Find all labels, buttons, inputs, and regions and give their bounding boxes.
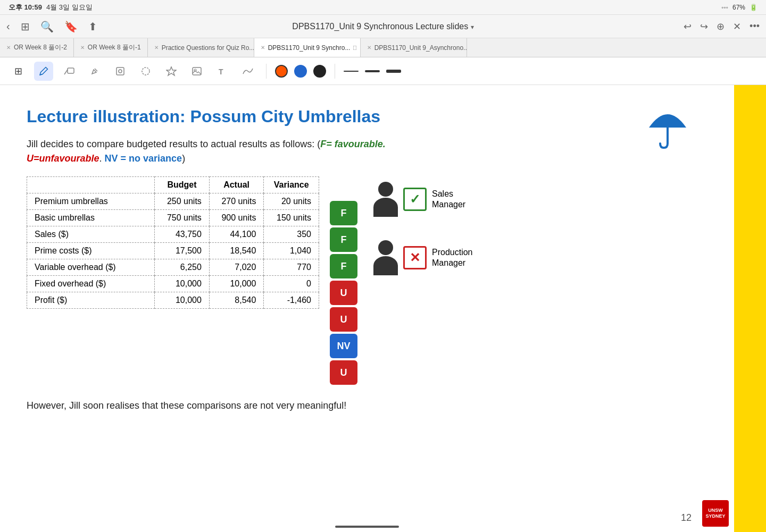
tab-or-week8-2[interactable]: ✕ OR Week 8 풀이-2 — [0, 38, 74, 57]
image-tool-btn[interactable] — [187, 62, 206, 81]
color-orange[interactable] — [275, 65, 288, 78]
tab-or-week8-1[interactable]: ✕ OR Week 8 풀이-1 — [74, 38, 148, 57]
scroll-indicator — [335, 526, 399, 528]
line-thick-btn[interactable] — [386, 70, 401, 73]
window-title: DPBS1170_Unit 9 Synchronous Lecture slid… — [292, 22, 473, 31]
table-section: Budget Actual Variance Premium umbrellas… — [27, 176, 707, 386]
page-number: 12 — [681, 512, 692, 523]
star-tool-btn[interactable] — [162, 62, 181, 81]
yellow-side-panel — [734, 85, 766, 532]
add-page-icon[interactable]: ⊕ — [717, 21, 725, 32]
row-variance-sales: 350 — [264, 226, 319, 243]
title-text: DPBS1170_Unit 9 Synchronous Lecture slid… — [292, 22, 468, 31]
share-icon[interactable]: ⬆ — [88, 20, 97, 33]
x-icon-production: ✕ — [403, 246, 427, 269]
check-icon-sales: ✓ — [403, 188, 427, 211]
tab-close-1[interactable]: ✕ — [6, 45, 11, 50]
pen-tool-btn[interactable] — [34, 62, 53, 81]
variance-badges: F F F U U NV U — [330, 176, 357, 386]
svg-point-2 — [119, 70, 122, 73]
production-manager-person-icon — [373, 240, 398, 275]
tab-dpbs-async[interactable]: ✕ DPBS1170_Unit 9_Asynchrono... — [361, 38, 467, 57]
nv-label: NV = no variance — [105, 153, 182, 164]
line-medium[interactable] — [365, 70, 380, 72]
battery-icon: 🔋 — [750, 4, 757, 11]
search-icon[interactable]: 🔍 — [40, 20, 54, 33]
table-row: Prime costs ($) 17,500 18,540 1,040 — [27, 243, 319, 259]
row-variance-basic: 150 units — [264, 210, 319, 226]
more-icon[interactable]: ••• — [750, 21, 760, 32]
person-head-sales — [378, 182, 393, 197]
intro-text-part1: Jill decides to compare budgeted results… — [27, 139, 320, 149]
close-icon[interactable]: ✕ — [733, 21, 741, 32]
tab-practice-questions[interactable]: ✕ Practice Questions for Quiz Ro... — [148, 38, 254, 57]
lasso-tool-btn[interactable] — [136, 62, 155, 81]
eraser-tool-btn[interactable] — [60, 62, 79, 81]
svg-rect-0 — [68, 68, 74, 73]
tab-bar: ✕ OR Week 8 풀이-2 ✕ OR Week 8 풀이-1 ✕ Prac… — [0, 38, 766, 57]
battery-level: 67% — [732, 4, 745, 11]
row-label-sales: Sales ($) — [27, 226, 155, 243]
title-arrow[interactable]: ▾ — [471, 23, 474, 31]
color-black[interactable] — [313, 65, 326, 78]
sales-manager-person-icon — [373, 182, 398, 217]
row-variance-premium: 20 units — [264, 193, 319, 210]
back-icon[interactable]: ‹ — [6, 20, 10, 33]
tab-label-4: DPBS1170_Unit 9 Synchro... — [268, 44, 351, 52]
tab-dpbs-sync[interactable]: ✕ DPBS1170_Unit 9 Synchro... ⎕ — [254, 38, 361, 57]
undo-icon[interactable]: ↩ — [684, 21, 692, 32]
color-blue[interactable] — [294, 65, 307, 78]
badge-f-basic: F — [330, 227, 357, 252]
favourable-label: F= favourable. — [320, 139, 386, 149]
line-thin[interactable] — [344, 71, 359, 72]
row-budget-basic: 750 units — [155, 210, 210, 226]
row-actual-varoverhead: 7,020 — [209, 259, 264, 276]
status-time: 오후 10:59 — [9, 3, 42, 12]
row-label-primecosts: Prime costs ($) — [27, 243, 155, 259]
shape-tool-btn[interactable] — [111, 62, 130, 81]
unsw-logo: UNSWSYDNEY — [702, 500, 729, 527]
table-row: Profit ($) 10,000 8,540 -1,460 — [27, 292, 319, 309]
col-header-actual: Actual — [209, 177, 264, 193]
tab-close-4[interactable]: ✕ — [261, 45, 265, 50]
badge-f-premium: F — [330, 201, 357, 225]
signal-icon: ◦◦◦ — [721, 4, 728, 11]
row-variance-primecosts: 1,040 — [264, 243, 319, 259]
text-tool-btn[interactable]: T — [213, 62, 232, 81]
row-variance-fixedoverhead: 0 — [264, 276, 319, 292]
umbrella-icon — [644, 101, 692, 159]
table-row: Basic umbrellas 750 units 900 units 150 … — [27, 210, 319, 226]
row-budget-primecosts: 17,500 — [155, 243, 210, 259]
bookmark-icon[interactable]: 🔖 — [64, 20, 78, 33]
grid-icon[interactable]: ⊞ — [21, 20, 30, 33]
table-row: Variable overhead ($) 6,250 7,020 770 — [27, 259, 319, 276]
badge-u-profit: U — [330, 360, 357, 385]
col-header-variance: Variance — [264, 177, 319, 193]
highlight-tool-btn[interactable] — [85, 62, 104, 81]
table-row: Fixed overhead ($) 10,000 10,000 0 — [27, 276, 319, 292]
status-date: 4월 3일 일요일 — [46, 3, 93, 12]
redo-icon[interactable]: ↪ — [700, 21, 708, 32]
production-manager-label: ProductionManager — [432, 247, 473, 269]
badge-u-varoverhead: U — [330, 307, 357, 332]
tab-icon-4: ⎕ — [353, 45, 356, 50]
title-right-buttons[interactable]: ↩ ↪ ⊕ ✕ ••• — [684, 21, 760, 32]
slide-view-btn[interactable]: ⊞ — [9, 62, 28, 81]
svg-marker-4 — [166, 67, 176, 75]
slide-title: Lecture illustration: Possum City Umbrel… — [27, 106, 707, 126]
badge-f-sales: F — [330, 254, 357, 278]
toolbar-separator-2 — [335, 64, 335, 79]
sales-manager-group: ✓ SalesManager — [373, 182, 465, 217]
row-actual-sales: 44,100 — [209, 226, 264, 243]
svg-rect-1 — [116, 67, 124, 75]
row-actual-profit: 8,540 — [209, 292, 264, 309]
budget-table: Budget Actual Variance Premium umbrellas… — [27, 176, 319, 309]
closing-paren: ) — [182, 153, 185, 164]
status-right: ◦◦◦ 67% 🔋 — [721, 4, 757, 11]
tab-close-5[interactable]: ✕ — [367, 45, 371, 50]
back-forward-btns[interactable]: ‹ ⊞ 🔍 🔖 ⬆ — [6, 20, 97, 33]
badge-u-primecosts: U — [330, 281, 357, 305]
tab-close-2[interactable]: ✕ — [80, 45, 85, 50]
tab-close-3[interactable]: ✕ — [154, 45, 159, 50]
signature-tool-btn[interactable] — [238, 62, 257, 81]
